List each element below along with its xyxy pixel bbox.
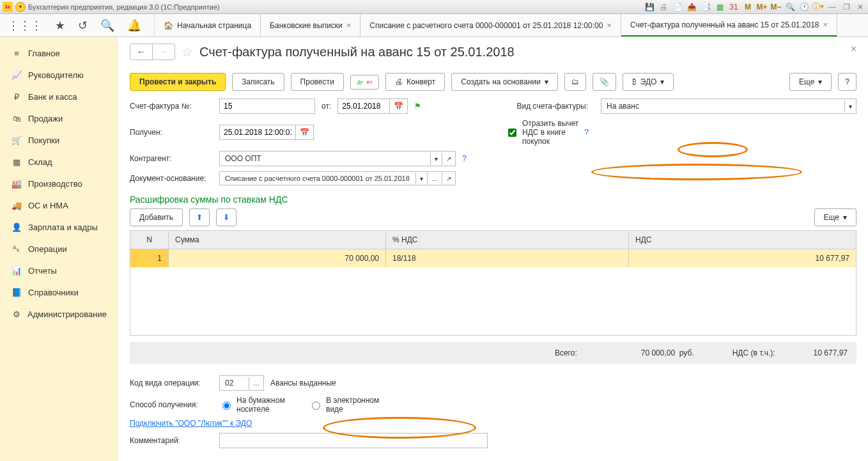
flag-icon[interactable]: ⚑ [414,102,421,111]
write-button[interactable]: Записать [232,73,284,91]
edo-button[interactable]: ₿ ЭДО ▾ [623,73,674,91]
sidebar-item-assets[interactable]: 🚚ОС и НМА [0,194,118,216]
pick-icon[interactable]: … [427,173,442,185]
calendar-icon[interactable]: 📅 [389,99,407,113]
reflect-vat-checkbox[interactable]: Отразить вычет НДС в книге покупок ? [506,119,589,146]
close-icon[interactable]: × [823,20,828,29]
window-minimize[interactable]: — [827,2,837,12]
help-button[interactable]: ? [838,73,856,91]
more-button[interactable]: Еще ▾ [789,73,832,91]
col-n: N [130,231,169,249]
table-row[interactable]: 1 70 000,00 18/118 10 677,97 [130,249,856,267]
dtkt-button[interactable]: ДтКт [350,75,379,90]
sheet-icon[interactable]: 📑 [701,2,711,12]
sidebar-item-sales[interactable]: 🛍Продажи [0,107,118,129]
sidebar-item-bank[interactable]: ₽Банк и касса [0,86,118,107]
sf-date-input[interactable] [338,99,389,113]
favorite-star-icon[interactable]: ☆ [182,44,193,59]
received-input[interactable] [220,125,295,139]
sidebar-item-purchases[interactable]: 🛒Покупки [0,129,118,151]
move-up-button[interactable]: ⬆ [189,208,210,226]
sidebar-item-catalogs[interactable]: 📘Справочники [0,281,118,303]
tab-home[interactable]: 🏠Начальная страница [155,14,261,36]
close-icon[interactable]: × [346,20,352,30]
open-icon[interactable]: ↗ [442,153,455,165]
grid-icon[interactable]: ▦ [715,2,725,12]
m-icon[interactable]: M [743,2,753,12]
nav-forward[interactable]: → [153,44,174,59]
info-icon[interactable]: ⓘ▾ [813,2,823,12]
save-icon[interactable]: 💾 [644,2,655,12]
more-table-button[interactable]: Еще ▾ [814,208,856,226]
favorites-icon[interactable]: ★ [55,19,65,33]
sidebar-item-admin[interactable]: ⚙Администрирование [0,303,118,325]
tab-invoice[interactable]: Счет-фактура полученный на аванс 15 от 2… [621,14,837,36]
cart-icon: 🛒 [12,135,22,145]
col-sum: Сумма [169,231,386,249]
sf-number-input[interactable] [219,98,315,114]
close-page-icon[interactable]: × [851,43,856,55]
post-button[interactable]: Провести [291,73,344,91]
menu-icon: ≡ [12,48,22,58]
nav-back[interactable]: ← [130,44,153,59]
apps-icon[interactable]: ⋮⋮⋮ [8,19,42,33]
help-link[interactable]: ? [462,154,467,163]
window-restore[interactable]: ❐ [841,2,851,12]
window-close[interactable]: ✕ [855,2,865,12]
history-icon[interactable]: ↺ [78,19,88,33]
op-code-input[interactable]: 02… [219,375,264,391]
window-title: Бухгалтерия предприятия, редакция 3.0 (1… [28,3,642,11]
doc-icon[interactable]: 📄 [672,2,683,12]
sidebar-item-reports[interactable]: 📊Отчеты [0,260,118,281]
attach-button[interactable]: 📎 [593,73,616,91]
sf-type-select[interactable]: На аванс▾ [601,98,856,114]
zoom-in-icon[interactable]: 🔍 [785,2,795,12]
sidebar-item-production[interactable]: 🏭Производство [0,173,118,194]
search-icon[interactable]: 🔍 [100,19,114,33]
sf-date-box[interactable]: 📅 [337,98,408,114]
sidebar-item-main[interactable]: ≡Главное [0,42,118,64]
convert-button[interactable]: 🖨 Конверт [385,73,445,91]
person-icon: 👤 [12,222,22,232]
chevron-down-icon[interactable]: ▾ [844,100,856,113]
received-label: Получен: [130,128,213,137]
bell-icon[interactable]: 🔔 [127,19,141,33]
print-icon[interactable]: 🖨 [658,2,669,12]
add-row-button[interactable]: Добавить [130,208,183,226]
sidebar-item-operations[interactable]: ᴬₖОперации [0,238,118,260]
contractor-select[interactable]: ООО ОПТ▾↗ [219,151,456,166]
app-menu-dropdown[interactable]: ▾ [15,2,26,12]
total-nds-label: НДС (в т.ч.): [732,348,775,357]
truck-icon: 🚚 [12,200,22,210]
calendar-icon[interactable]: 📅 [295,125,313,139]
base-doc-select[interactable]: Списание с расчетного счета 0000-000001 … [219,171,456,185]
calendar-icon[interactable]: 31 [729,2,739,12]
open-icon[interactable]: ↗ [442,173,455,185]
sidebar-item-salary[interactable]: 👤Зарплата и кадры [0,216,118,238]
export-icon[interactable]: 📤 [686,2,697,12]
clock-icon[interactable]: 🕐 [799,2,809,12]
chevron-down-icon[interactable]: ▾ [415,173,427,185]
tab-bank-statements[interactable]: Банковские выписки× [261,14,360,36]
connect-edo-link[interactable]: Подключить "ООО "Лютик"" к ЭДО [130,419,252,428]
m-plus-icon[interactable]: M+ [757,2,767,12]
post-and-close-button[interactable]: Провести и закрыть [130,73,226,91]
related-docs-button[interactable]: 🗂 [564,73,586,91]
pick-icon[interactable]: … [249,377,263,389]
comment-label: Комментарий: [130,436,213,445]
total-sum: 70 000,00 руб. [641,348,694,357]
help-link[interactable]: ? [584,128,589,137]
received-box[interactable]: 📅 [219,125,314,140]
contractor-label: Контрагент: [130,154,213,163]
m-minus-icon[interactable]: M− [771,2,781,12]
chevron-down-icon[interactable]: ▾ [430,153,442,165]
tab-writeoff[interactable]: Списание с расчетного счета 0000-000001 … [360,14,621,36]
sidebar-item-manager[interactable]: 📈Руководителю [0,64,118,86]
move-down-button[interactable]: ⬇ [216,208,236,226]
mode-electronic-radio[interactable]: В электронном виде [309,396,392,414]
create-based-button[interactable]: Создать на основании ▾ [451,73,558,91]
sidebar-item-warehouse[interactable]: ▦Склад [0,151,118,173]
close-icon[interactable]: × [607,20,612,30]
comment-input[interactable] [219,433,488,448]
mode-paper-radio[interactable]: На бумажном носителе [219,396,302,414]
